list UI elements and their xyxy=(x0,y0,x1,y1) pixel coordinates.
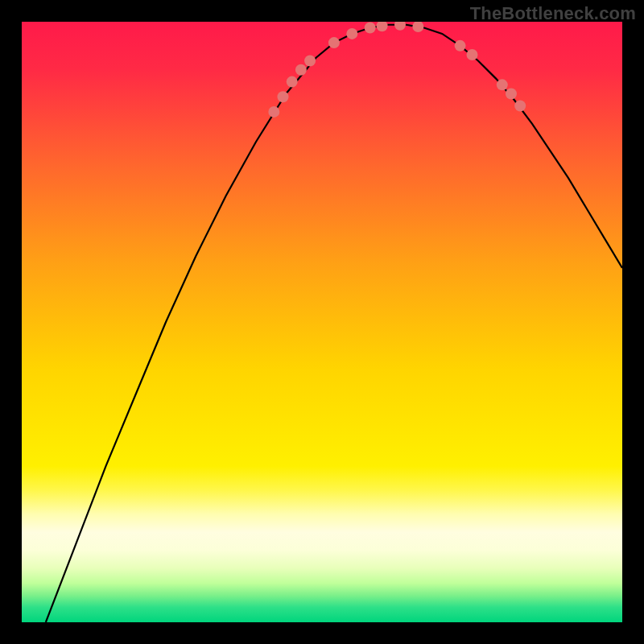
chart-svg xyxy=(22,22,622,622)
highlight-dot xyxy=(278,91,289,102)
watermark-text: TheBottleneck.com xyxy=(470,3,636,24)
highlight-dot xyxy=(506,89,517,100)
highlight-dot xyxy=(268,106,279,118)
highlight-dot xyxy=(304,55,316,66)
highlight-dot xyxy=(328,37,340,48)
highlight-dot xyxy=(287,76,298,88)
gradient-background xyxy=(22,22,622,622)
highlight-dot xyxy=(346,28,357,39)
highlight-dot xyxy=(497,79,508,90)
chart-root: TheBottleneck.com xyxy=(0,0,644,644)
highlight-dot xyxy=(455,40,466,52)
plot-area xyxy=(22,22,622,622)
highlight-dot xyxy=(365,22,376,33)
highlight-dot xyxy=(295,64,307,76)
highlight-dot xyxy=(467,49,478,60)
highlight-dot xyxy=(514,100,526,111)
